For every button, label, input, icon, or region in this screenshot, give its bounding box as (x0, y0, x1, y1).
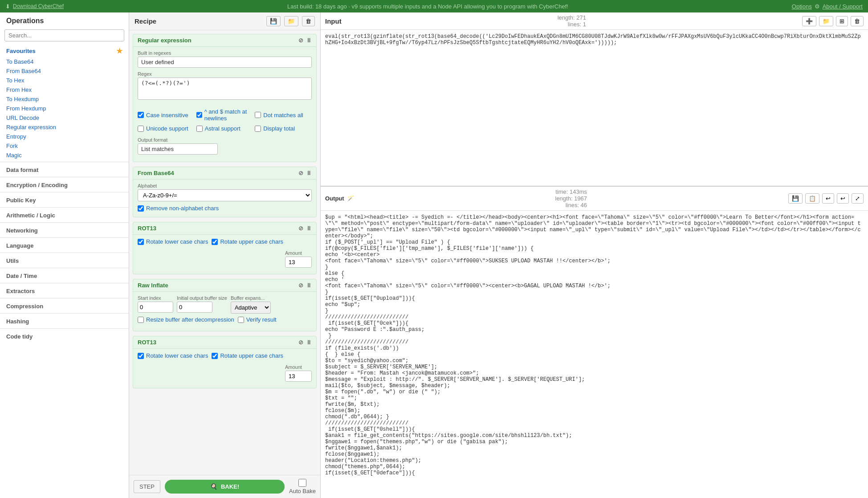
regex-input[interactable] (138, 78, 312, 100)
initial-output-field: Initial output buffer size (177, 295, 227, 313)
sidebar-item-to-hexdump[interactable]: To Hexdump (0, 94, 129, 104)
buffer-expansion-select[interactable]: Adaptive (231, 302, 271, 314)
output-replace-button[interactable]: ↩ (822, 193, 834, 204)
pause-regex-icon[interactable]: ⏸ (306, 37, 312, 44)
favourites-header[interactable]: Favourites ★ (0, 44, 129, 57)
case-insensitive-label: Case insensitive (146, 112, 188, 118)
input-delete-button[interactable]: 🗑 (851, 16, 864, 26)
section-code-tidy[interactable]: Code tidy (0, 331, 129, 342)
rotate-lower-1-checkbox[interactable] (138, 239, 144, 245)
sidebar-item-from-hex[interactable]: From Hex (0, 85, 129, 94)
about-link[interactable]: About / Support (823, 3, 863, 10)
recipe-card-rot13-1: ROT13 ⊘ ⏸ Rotate lower case chars (133, 222, 317, 274)
favourites-label: Favourites (6, 48, 36, 54)
recipe-save-button[interactable]: 💾 (266, 16, 281, 26)
recipe-panel: Recipe 💾 📁 🗑 Regular expression ⊘ ⏸ (129, 12, 321, 498)
input-tab-button[interactable]: ⊞ (836, 16, 848, 26)
sidebar-item-to-hex[interactable]: To Hex (0, 76, 129, 85)
section-encryption[interactable]: Encryption / Encoding (0, 179, 129, 190)
input-text[interactable]: eval(str_rot13(gzinflate(str_rot13(base6… (321, 30, 868, 186)
rotate-upper-1-checkbox[interactable] (212, 239, 218, 245)
resize-buffer-checkbox[interactable] (138, 317, 144, 323)
recipe-card-actions-regex: ⊘ ⏸ (298, 37, 312, 44)
gear-icon: ⚙ (815, 3, 820, 10)
download-icon: ⬇ (5, 3, 10, 10)
sidebar-item-fork[interactable]: Fork (0, 141, 129, 151)
section-hashing[interactable]: Hashing (0, 315, 129, 327)
output-maximize-button[interactable]: ⤢ (852, 193, 864, 204)
step-button[interactable]: STEP (134, 480, 160, 493)
section-public-key[interactable]: Public Key (0, 194, 129, 205)
output-copy-button[interactable]: 📋 (805, 193, 819, 204)
sidebar-item-regex[interactable]: Regular expression (0, 122, 129, 132)
disable-rawinflate-icon[interactable]: ⊘ (298, 282, 303, 289)
section-arithmetic[interactable]: Arithmetic / Logic (0, 209, 129, 220)
dot-matches-checkbox[interactable] (255, 112, 261, 118)
built-in-field: Built in regexes User defined (138, 50, 312, 68)
sidebar-item-magic[interactable]: Magic (0, 151, 129, 160)
checkbox-rotate-lower-1: Rotate lower case chars (138, 238, 208, 245)
verify-result-checkbox[interactable] (238, 317, 244, 323)
divider-7 (0, 253, 129, 253)
search-input[interactable] (4, 29, 124, 41)
pause-rot13-2-icon[interactable]: ⏸ (306, 339, 312, 346)
alphabet-select[interactable]: A-Za-z0-9+/= (138, 189, 312, 201)
astral-checkbox[interactable] (196, 126, 203, 132)
display-total-checkbox[interactable] (255, 126, 261, 132)
download-link[interactable]: Download CyberChef (13, 3, 64, 9)
disable-rot13-2-icon[interactable]: ⊘ (298, 339, 303, 346)
amount-label-1: Amount (285, 250, 312, 256)
initial-output-input[interactable] (177, 302, 212, 313)
disable-frombase64-icon[interactable]: ⊘ (298, 170, 303, 176)
section-networking[interactable]: Networking (0, 225, 129, 236)
sidebar-item-from-base64[interactable]: From Base64 (0, 66, 129, 76)
pause-frombase64-icon[interactable]: ⏸ (306, 170, 312, 176)
amount-input-1[interactable] (285, 257, 312, 268)
disable-rot13-1-icon[interactable]: ⊘ (298, 225, 303, 232)
sidebar-item-from-hexdump[interactable]: From Hexdump (0, 104, 129, 113)
section-data-format[interactable]: Data format (0, 164, 129, 175)
rotate-upper-2-checkbox[interactable] (212, 353, 218, 359)
recipe-open-button[interactable]: 📁 (284, 16, 298, 26)
output-undo-button[interactable]: ↩ (837, 193, 849, 204)
multiline-checkbox[interactable] (196, 112, 202, 118)
pause-rawinflate-icon[interactable]: ⏸ (306, 282, 312, 289)
input-add-button[interactable]: ➕ (802, 16, 816, 26)
sidebar-item-url-decode[interactable]: URL Decode (0, 113, 129, 122)
disable-regex-icon[interactable]: ⊘ (298, 37, 303, 44)
dot-matches-label: Dot matches all (263, 112, 303, 118)
output-title-text: Output (325, 195, 344, 202)
amount-input-2[interactable] (285, 371, 312, 382)
section-compression[interactable]: Compression (0, 300, 129, 311)
pause-rot13-1-icon[interactable]: ⏸ (306, 225, 312, 232)
output-save-button[interactable]: 💾 (788, 193, 803, 204)
rotate-upper-2-label: Rotate upper case chars (220, 352, 283, 359)
sidebar-item-to-base64[interactable]: To Base64 (0, 57, 129, 66)
output-lines: lines: 46 (555, 202, 587, 208)
section-extractors[interactable]: Extractors (0, 285, 129, 296)
recipe-card-actions-rawinflate: ⊘ ⏸ (298, 282, 312, 289)
auto-bake-checkbox[interactable] (298, 479, 306, 487)
bake-button[interactable]: 🍳 BAKE! (165, 480, 285, 494)
remove-nonalpha-checkbox[interactable] (138, 205, 144, 212)
sidebar-item-entropy[interactable]: Entropy (0, 132, 129, 141)
section-utils[interactable]: Utils (0, 255, 129, 266)
wand-icon[interactable]: 🪄 (347, 195, 354, 202)
topbar-left: ⬇ Download CyberChef (5, 3, 64, 10)
options-link[interactable]: Options (792, 3, 812, 10)
recipe-delete-button[interactable]: 🗑 (302, 16, 315, 26)
topbar-center: Last build: 18 days ago · v9 supports mu… (287, 3, 568, 10)
rotate-lower-2-checkbox[interactable] (138, 353, 144, 359)
recipe-card-title-frombase64: From Base64 (138, 170, 174, 176)
section-language[interactable]: Language (0, 240, 129, 251)
unicode-checkbox[interactable] (138, 126, 144, 132)
case-insensitive-checkbox[interactable] (138, 112, 144, 118)
rawinflate-checkboxes: Resize buffer after decompression Verify… (138, 316, 312, 325)
output-format-value: List matches (138, 143, 218, 155)
input-folder-button[interactable]: 📁 (819, 16, 833, 26)
multiline-label: ^ and $ match at newlines (204, 108, 253, 122)
start-index-input[interactable] (138, 302, 173, 313)
section-datetime[interactable]: Date / Time (0, 270, 129, 281)
remove-nonalpha-label: Remove non-alphabet chars (146, 205, 219, 212)
amount-label-2: Amount (285, 364, 312, 370)
